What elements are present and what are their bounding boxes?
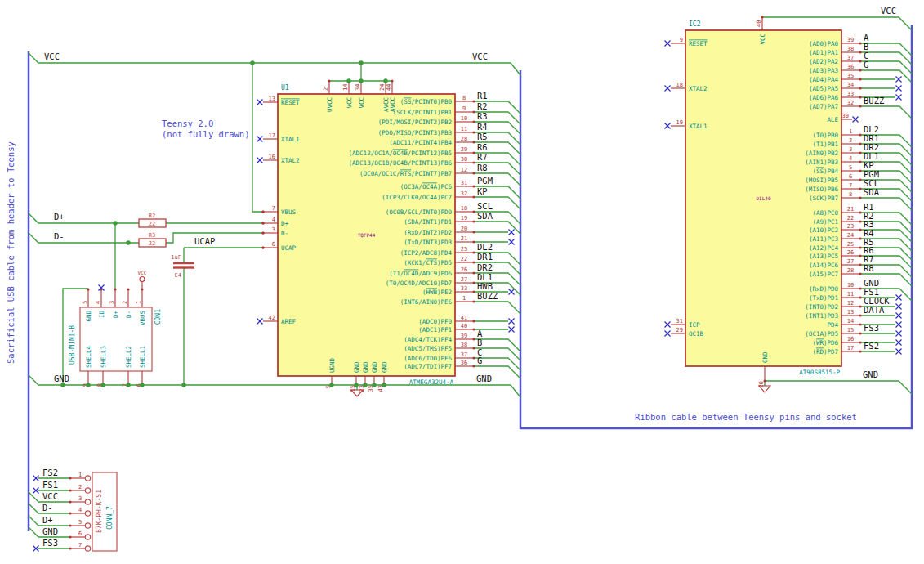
pin-number: 30 [461, 156, 467, 163]
pin-name: (OC0B/SCL/INT0)PD0 [386, 208, 453, 216]
pin-number: 10 [461, 115, 467, 122]
pin-end-dot [859, 305, 861, 307]
U1-value: ATMEGA32U4-A [409, 378, 454, 386]
pin-name: VBUS [281, 208, 297, 216]
pin-name: OC1B [689, 330, 704, 338]
pin-number: 36 [461, 360, 467, 366]
pin-name: (OC0A/OC1C/RTS/PCINT7)PB7 [359, 170, 452, 177]
pin-name: (A11)PC3 [809, 235, 838, 243]
pin-end-dot [261, 246, 264, 248]
pin-end-dot [472, 240, 475, 243]
pin-number: 6 [849, 173, 852, 180]
pin-number: 39 [461, 333, 467, 339]
pin-end-dot [472, 185, 475, 187]
pin-name: (ADC7/TDI)PF7 [404, 363, 452, 370]
pin-number: 2 [323, 87, 329, 91]
pin-name: RESET [689, 40, 708, 47]
pin-end-dot [328, 79, 330, 82]
pin-number: 23 [847, 223, 854, 230]
net-label: SDA [477, 211, 493, 221]
pin-end-dot [472, 328, 475, 330]
pin-number: 3 [109, 301, 115, 304]
pin-name: (ICP2/ADC8)PD4 [400, 249, 453, 257]
pin-end-dot [859, 105, 861, 107]
pin-end-dot [69, 500, 71, 503]
pin-name: (RxD/INT2)PD2 [404, 229, 452, 236]
pin-number: 40 [756, 20, 762, 27]
pin-name: (AD0)PA0 [809, 40, 839, 47]
no-connect-icon [665, 123, 671, 129]
pin-number: 24 [847, 232, 854, 239]
pin-number: 37 [461, 351, 467, 358]
note-teensy-line1: Teensy 2.0 [162, 119, 213, 128]
pin-number: 2 [849, 137, 852, 144]
pin-number: 2 [122, 301, 128, 304]
pin-number: 31 [676, 318, 683, 325]
IC2-value: AT90S8515-P [799, 369, 840, 376]
pin-name: (MISO)PB6 [805, 186, 838, 193]
pin-end-dot [261, 210, 264, 213]
pin-end-dot [472, 100, 475, 102]
schematic-canvas: U1ATMEGA32U4-ATQFP4413RESET17XTAL116XTAL… [0, 0, 924, 564]
vcc-symbol-label: VCC [138, 270, 147, 275]
net-label: R1 [477, 91, 488, 101]
no-connect-icon [896, 77, 902, 83]
pin-name: (PDO/MISO/PCINT3)PB3 [378, 129, 452, 137]
pin-end-dot [859, 169, 861, 172]
net-label: FS3 [864, 323, 879, 333]
net-label-vcc-right: VCC [472, 51, 488, 61]
pin-end-dot [859, 296, 861, 298]
no-connect-icon [896, 304, 902, 310]
pin-end-dot [859, 254, 861, 257]
pin-name: (SS)PB4 [812, 168, 838, 175]
pin-name: UCAP [281, 244, 297, 252]
no-connect-icon [665, 86, 671, 92]
net-label: B [477, 338, 482, 347]
pin-name: GND [362, 361, 369, 373]
pin-number: 4 [78, 507, 82, 513]
pin-end-dot [859, 160, 861, 163]
pin-end-dot [859, 87, 861, 89]
pin-number: 22 [461, 256, 467, 262]
pin-end-dot [472, 195, 475, 198]
no-connect-icon [665, 322, 671, 328]
net-label: SCL [477, 201, 493, 211]
no-connect-icon [509, 319, 515, 325]
pin-end-dot [472, 290, 475, 293]
R3-value: 22 [149, 240, 155, 247]
junction [354, 383, 358, 387]
pin-number: 34 [847, 82, 854, 88]
pin-number: 7 [849, 182, 852, 189]
pin-number: 29 [676, 327, 683, 333]
pin-end-dot [472, 281, 475, 284]
pin-name: (AD5)PA5 [809, 85, 838, 92]
vcc-symbol [140, 277, 145, 282]
junction [250, 60, 254, 65]
pin-end-dot [472, 172, 475, 174]
junction [60, 383, 65, 387]
pin-number: 9 [462, 105, 466, 112]
pin-end-dot [859, 78, 861, 80]
pin-number: 27 [461, 276, 467, 283]
pin-number: 34 [355, 84, 361, 91]
pin-number: 26 [847, 249, 854, 256]
pin-name: (AD4)PA4 [809, 76, 839, 83]
pin-number: 14 [847, 318, 854, 325]
note-sacrificial-cable: Sacrificial USB cable from header to Tee… [6, 141, 16, 364]
no-connect-icon [896, 349, 902, 355]
net-label: G [864, 60, 868, 69]
net-label: SDA [864, 187, 880, 197]
pin-end-dot [859, 211, 861, 213]
junction [382, 383, 386, 387]
pin-name: (SDA/INT1)PD1 [404, 218, 452, 226]
pin-number: 28 [461, 136, 467, 142]
pin-name: (INT0)PD2 [805, 303, 838, 311]
pin-name: (ADC4/TCK)PF4 [404, 336, 452, 343]
pin-end-dot [859, 133, 861, 136]
pin-name: D+ [281, 220, 289, 227]
pin-number: 8 [462, 95, 466, 101]
pin-number: 14 [342, 84, 349, 91]
pin-number: 25 [461, 246, 467, 253]
pin-end-dot [127, 288, 129, 290]
no-connect-icon [257, 158, 263, 163]
